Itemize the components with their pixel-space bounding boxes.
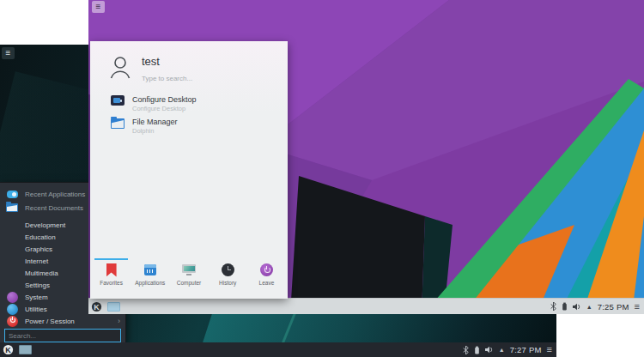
outer-taskbar: K ▲ 7:27 PM ≡ bbox=[0, 342, 556, 357]
menu-item-label: Utilities bbox=[25, 306, 47, 313]
menu-item-label: Graphics bbox=[25, 245, 52, 253]
favorite-item-file-manager[interactable]: File Manager Dolphin bbox=[90, 115, 288, 137]
menu-item-label: System bbox=[25, 293, 48, 301]
svg-text:K: K bbox=[94, 302, 100, 311]
kickoff-favorites-list: Configure Desktop Configure Desktop File… bbox=[90, 93, 288, 137]
item-title: File Manager bbox=[132, 118, 178, 126]
monitor-icon bbox=[182, 263, 197, 277]
bluetooth-icon[interactable] bbox=[550, 302, 556, 311]
kickoff-tab-bar: Favorites Applications Computer History bbox=[90, 258, 288, 299]
inner-clock[interactable]: 7:25 PM bbox=[598, 302, 629, 312]
item-subtitle: Configure Desktop bbox=[132, 105, 197, 112]
kickoff-header: test Type to search... bbox=[90, 41, 288, 82]
blue-apps-icon bbox=[143, 263, 157, 277]
panel-menu-icon[interactable]: ≡ bbox=[547, 345, 552, 354]
hamburger-icon: ≡ bbox=[96, 3, 101, 11]
menu-item-label: Settings bbox=[25, 281, 50, 289]
hamburger-icon: ≡ bbox=[6, 49, 11, 57]
menu-item-power-session[interactable]: Power / Session › bbox=[0, 315, 125, 327]
tab-history[interactable]: History bbox=[209, 258, 247, 299]
menu-search-input[interactable] bbox=[4, 329, 121, 342]
battery-icon[interactable] bbox=[562, 302, 568, 311]
item-subtitle: Dolphin bbox=[132, 127, 178, 135]
power-icon bbox=[5, 316, 19, 327]
panel-menu-icon[interactable]: ≡ bbox=[635, 302, 640, 312]
kickoff-search-hint[interactable]: Type to search... bbox=[142, 75, 192, 82]
menu-item-label: Recent Documents bbox=[25, 204, 83, 212]
blue-folder-icon bbox=[111, 118, 125, 129]
menu-item-label: Multimedia bbox=[25, 269, 58, 277]
clock-icon bbox=[221, 263, 235, 277]
user-name: test bbox=[142, 55, 192, 68]
system-icon bbox=[5, 292, 19, 303]
user-avatar-icon bbox=[109, 55, 131, 79]
menu-item-label: Development bbox=[25, 221, 65, 229]
desktop-toolbox-button[interactable]: ≡ bbox=[92, 1, 105, 13]
tray-expander-icon[interactable]: ▲ bbox=[499, 347, 505, 353]
tab-favorites[interactable]: Favorites bbox=[92, 258, 131, 299]
configure-desktop-monitor-icon bbox=[111, 95, 125, 107]
tray-expander-icon[interactable]: ▲ bbox=[586, 304, 592, 310]
inner-system-tray: ▲ 7:25 PM ≡ bbox=[550, 302, 644, 312]
utilities-icon bbox=[5, 304, 19, 315]
tab-leave[interactable]: Leave bbox=[247, 258, 286, 299]
favorite-item-configure-desktop[interactable]: Configure Desktop Configure Desktop bbox=[90, 93, 288, 115]
volume-icon[interactable] bbox=[573, 303, 581, 311]
red-bookmark-icon bbox=[104, 263, 118, 277]
bluetooth-icon[interactable] bbox=[463, 346, 469, 354]
menu-item-label: Internet bbox=[25, 257, 48, 265]
kickoff-launcher: test Type to search... Configure Desktop… bbox=[90, 41, 288, 299]
screenshot-collage: ≡ Recent Applications Recent Documents D… bbox=[0, 0, 644, 357]
task-preview-chip[interactable] bbox=[19, 345, 32, 354]
tab-applications[interactable]: Applications bbox=[131, 258, 169, 299]
kde-launcher-icon[interactable]: K bbox=[91, 301, 102, 312]
tab-computer[interactable]: Computer bbox=[169, 258, 208, 299]
submenu-arrow-icon: › bbox=[118, 318, 120, 325]
menu-item-label: Education bbox=[25, 233, 56, 241]
battery-icon[interactable] bbox=[474, 346, 480, 354]
inner-desktop: ≡ test Type to search... bbox=[88, 0, 644, 314]
task-preview-chip[interactable] bbox=[107, 302, 120, 312]
volume-icon[interactable] bbox=[485, 346, 494, 354]
kde-launcher-icon[interactable]: K bbox=[3, 344, 14, 355]
menu-item-label: Recent Applications bbox=[25, 191, 85, 198]
recent-apps-icon bbox=[5, 191, 19, 198]
inner-taskbar: K ▲ 7:25 PM ≡ bbox=[88, 298, 644, 314]
item-title: Configure Desktop bbox=[132, 95, 197, 104]
purple-power-icon bbox=[259, 263, 274, 277]
documents-folder-icon bbox=[5, 203, 19, 212]
menu-item-label: Power / Session bbox=[25, 318, 75, 325]
desktop-toolbox-button[interactable]: ≡ bbox=[2, 47, 15, 59]
svg-text:K: K bbox=[5, 346, 11, 354]
outer-system-tray: ▲ 7:27 PM ≡ bbox=[463, 345, 556, 354]
outer-clock[interactable]: 7:27 PM bbox=[510, 345, 542, 354]
